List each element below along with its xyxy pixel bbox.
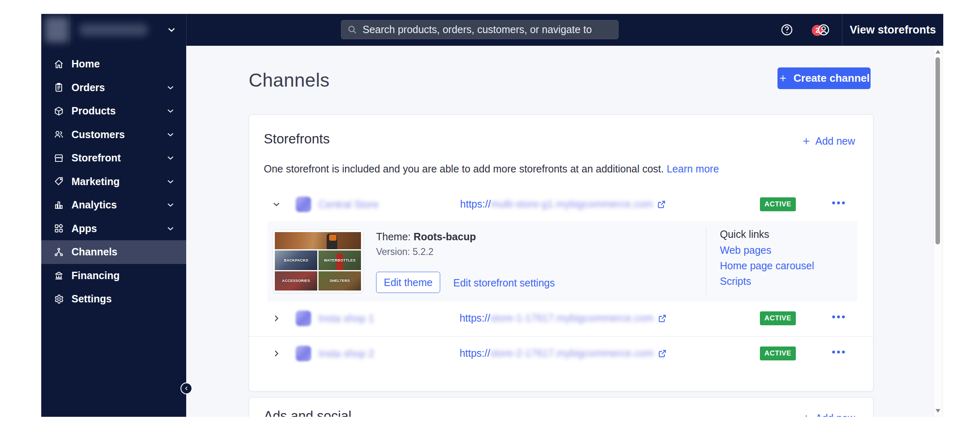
quick-link-web-pages[interactable]: Web pages: [720, 244, 771, 256]
sidebar-item-label: Apps: [71, 223, 97, 235]
url-link[interactable]: https://: [460, 198, 491, 210]
storefront-avatar: [296, 311, 311, 326]
status-badge: ACTIVE: [760, 347, 796, 360]
chevron-down-icon[interactable]: [166, 200, 175, 210]
row-actions-button[interactable]: [832, 351, 845, 353]
chevron-right-icon[interactable]: [272, 349, 281, 358]
sidebar-item-label: Storefront: [71, 152, 121, 164]
sidebar-item-customers[interactable]: Customers: [41, 123, 186, 147]
sidebar-menu: Home Orders Products Customers Storefron…: [41, 52, 186, 311]
help-icon[interactable]: [780, 23, 794, 37]
theme-tile-backpacks: BACKPACKS: [275, 250, 317, 270]
quick-link-scripts[interactable]: Scripts: [720, 275, 751, 287]
scrollbar-thumb[interactable]: [935, 57, 940, 244]
learn-more-link[interactable]: Learn more: [667, 163, 719, 174]
chevron-down-icon[interactable]: [166, 25, 177, 35]
plus-icon: [802, 136, 811, 146]
quick-link-home-page-carousel[interactable]: Home page carousel: [720, 260, 814, 272]
row-actions-button[interactable]: [832, 201, 845, 204]
add-new-storefront-button[interactable]: Add new: [802, 135, 855, 147]
search-input[interactable]: [341, 20, 619, 39]
channels-icon: [53, 247, 64, 257]
sidebar-collapse-button[interactable]: [180, 382, 192, 394]
storefront-name-blurred: Central Store: [318, 199, 379, 210]
storefront-rows: Central Store https:// multi-store-g1.my…: [249, 188, 873, 370]
settings-icon: [53, 294, 64, 304]
search-icon: [347, 24, 358, 35]
chevron-down-icon[interactable]: [166, 177, 175, 186]
sidebar-item-apps[interactable]: Apps: [41, 217, 186, 241]
url-link[interactable]: https://: [459, 347, 490, 359]
orders-icon: [53, 82, 64, 93]
external-link-icon[interactable]: [657, 348, 668, 359]
ads-and-social-card: Ads and social Add new: [249, 397, 873, 417]
storefront-row[interactable]: Insta shop 1 https:// store-1-17617.mybi…: [249, 302, 873, 337]
status-badge: ACTIVE: [760, 197, 796, 211]
scrollbar[interactable]: [933, 46, 942, 417]
sidebar-item-home[interactable]: Home: [41, 52, 186, 76]
sidebar-item-marketing[interactable]: Marketing: [41, 170, 186, 194]
chevron-down-icon[interactable]: [166, 106, 175, 116]
sidebar-item-products[interactable]: Products: [41, 99, 186, 123]
storefronts-card: Storefronts Add new One storefront is in…: [249, 114, 873, 391]
storefront-icon: [53, 153, 64, 163]
url-blurred: store-1-17617.mybigcommerce.com: [490, 312, 653, 324]
analytics-icon: [53, 200, 64, 210]
chevron-down-icon[interactable]: [166, 224, 175, 233]
chevron-down-icon[interactable]: [166, 130, 175, 139]
sidebar-item-financing[interactable]: Financing: [41, 264, 186, 288]
scroll-up-arrow[interactable]: [935, 50, 940, 54]
theme-tile-shelters: SHELTERS: [318, 271, 361, 291]
storefront-row[interactable]: Central Store https:// multi-store-g1.my…: [249, 188, 873, 221]
storefront-avatar: [296, 197, 311, 212]
sidebar-item-storefront[interactable]: Storefront: [41, 146, 186, 170]
apps-icon: [53, 223, 64, 234]
storefront-url: https:// store-1-17617.mybigcommerce.com: [441, 312, 686, 324]
external-link-icon[interactable]: [656, 199, 667, 210]
storefront-url: https:// store-2-17617.mybigcommerce.com: [441, 347, 686, 359]
account-icon[interactable]: [817, 23, 831, 37]
theme-tile-accessories: ACCESSORIES: [275, 271, 317, 291]
page-title: Channels: [249, 69, 330, 91]
store-switcher[interactable]: [41, 14, 186, 46]
sidebar-item-channels[interactable]: Channels: [41, 240, 186, 264]
panel-divider: [706, 228, 706, 295]
storefront-row[interactable]: Insta shop 2 https:// store-2-17617.mybi…: [249, 337, 873, 370]
url-link[interactable]: https://: [459, 312, 490, 324]
row-actions-button[interactable]: [832, 315, 845, 318]
chevron-right-icon[interactable]: [272, 313, 281, 323]
chevron-down-icon[interactable]: [272, 199, 281, 209]
products-icon: [53, 106, 64, 116]
create-channel-button[interactable]: Create channel: [777, 67, 871, 89]
add-new-ads-button[interactable]: Add new: [802, 412, 855, 417]
url-blurred: multi-store-g1.mybigcommerce.com: [491, 198, 653, 210]
main-content: Channels Create channel Storefronts Add …: [186, 46, 943, 417]
plus-icon: [778, 74, 788, 83]
view-storefronts-button[interactable]: View storefronts: [842, 24, 943, 36]
financing-icon: [53, 270, 64, 281]
sidebar-item-orders[interactable]: Orders: [41, 76, 186, 100]
sidebar: Home Orders Products Customers Storefron…: [41, 14, 186, 417]
storefront-name-blurred: Insta shop 1: [318, 313, 374, 324]
home-icon: [53, 59, 64, 69]
edit-storefront-settings-link[interactable]: Edit storefront settings: [453, 277, 555, 289]
scroll-down-arrow[interactable]: [935, 409, 940, 413]
sidebar-item-label: Analytics: [71, 199, 117, 211]
store-name-blurred: [79, 24, 148, 36]
storefront-url: https:// multi-store-g1.mybigcommerce.co…: [441, 198, 686, 210]
chevron-down-icon[interactable]: [166, 83, 175, 92]
external-link-icon[interactable]: [657, 313, 668, 324]
quick-links-title: Quick links: [720, 228, 769, 240]
theme-hero-image: [275, 232, 361, 249]
sidebar-item-settings[interactable]: Settings: [41, 287, 186, 311]
sidebar-item-label: Home: [71, 58, 100, 70]
storefronts-description: One storefront is included and you are a…: [264, 163, 719, 175]
theme-thumbnail[interactable]: BACKPACKS WATERBOTTLES ACCESSORIES SHELT…: [272, 230, 363, 293]
chevron-down-icon[interactable]: [166, 153, 175, 163]
storefront-name-blurred: Insta shop 2: [318, 348, 374, 360]
global-search[interactable]: [341, 20, 619, 39]
edit-theme-button[interactable]: Edit theme: [376, 272, 440, 293]
sidebar-item-analytics[interactable]: Analytics: [41, 193, 186, 217]
sidebar-item-label: Products: [71, 105, 116, 117]
chevron-left-icon: [183, 385, 189, 391]
